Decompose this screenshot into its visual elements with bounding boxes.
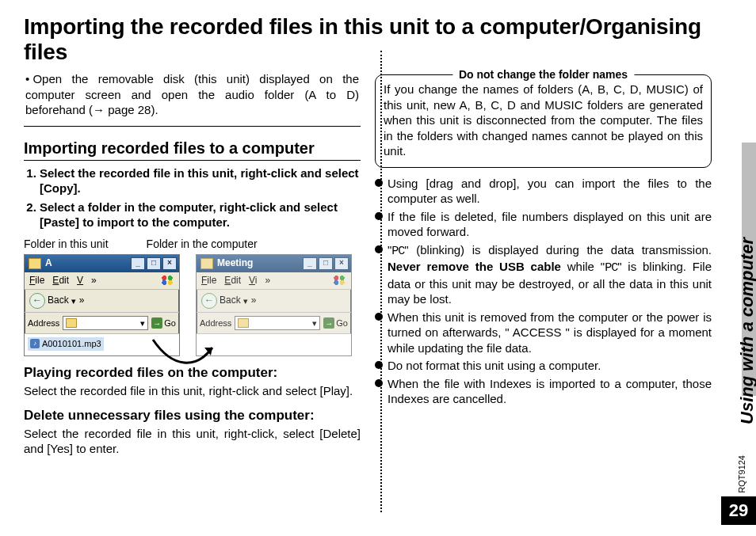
toolbar-more[interactable]: » [79,295,85,307]
note-usb-bold: Never remove the USB cable [388,260,561,273]
note-access: When this unit is removed from the compu… [375,310,712,356]
left-column: • Open the removable disk (this unit) di… [24,71,361,465]
address-label: Address [28,317,59,329]
address-input[interactable]: ▾ [63,316,148,330]
menu-bar: File Edit V » [25,272,179,291]
note-dragdrop: Using [drag and drop], you can import th… [375,176,712,207]
menu-bar: File Edit Vi » [197,272,351,291]
toolbar: ← Back ▾ » [197,290,351,313]
step-2: Select a folder in the computer, right-c… [40,200,361,230]
right-column: Do not change the folder names If you ch… [375,71,712,465]
back-arrow-icon: ← [29,293,45,309]
manual-page: Importing the recorded files in this uni… [0,0,756,536]
notes-list: Using [drag and drop], you can import th… [375,176,712,407]
intro-text: Open the removable disk (this unit) disp… [25,72,359,116]
go-label: Go [164,317,176,329]
address-input[interactable]: ▾ [235,316,320,330]
copy-arrow-icon [149,333,220,373]
step-1: Select the recorded file in this unit, r… [40,165,361,196]
address-bar: Address ▾ → Go [25,313,179,334]
back-arrow-icon: ← [201,293,217,309]
folder-icon [66,318,77,328]
note-usb: "PC" (blinking) is displayed during the … [375,242,712,307]
toolbar-more[interactable]: » [251,295,257,307]
go-button[interactable]: → Go [323,317,348,329]
titlebar: A _ □ × [25,255,179,272]
note-indexes: When the file with Indexes is imported t… [375,376,712,407]
page-title: Importing the recorded files in this uni… [24,14,712,65]
paragraph-play: Select the recorded file in this unit, r… [24,383,361,399]
section-heading-import: Importing recorded files to a computer [24,138,361,161]
go-button[interactable]: → Go [151,317,176,329]
document-id: RQT9124 [737,455,746,493]
menu-view[interactable]: Vi [249,275,257,287]
go-arrow-icon: → [323,317,334,329]
pc-icon: PC [605,261,617,275]
warning-title: Do not change the folder names [452,67,634,82]
pc-icon: PC [391,245,404,258]
minimize-button[interactable]: _ [303,257,317,270]
intro-note: • Open the removable disk (this unit) di… [24,71,361,127]
dropdown-icon: ▾ [312,317,317,329]
back-dropdown-icon: ▾ [243,295,248,306]
windows-flag-icon [160,275,174,286]
back-button[interactable]: ← Back ▾ [29,293,76,309]
go-label: Go [336,317,348,329]
import-steps: Select the recorded file in this unit, r… [24,165,361,230]
file-item-selected[interactable]: ♪ A0010101.mp3 [28,337,104,350]
file-name: A0010101.mp3 [42,338,101,349]
menu-file[interactable]: File [29,275,44,287]
back-label: Back [48,295,69,307]
titlebar: Meeting _ □ × [197,255,351,272]
folder-icon [238,318,249,328]
back-button[interactable]: ← Back ▾ [201,293,248,309]
address-bar: Address ▾ → Go [197,313,351,334]
toolbar: ← Back ▾ » [25,290,179,313]
close-button[interactable]: × [162,257,177,270]
explorer-windows-illustration: A _ □ × File Edit V » [24,254,361,357]
folder-icon [200,258,213,269]
menu-more[interactable]: » [91,275,97,287]
minimize-button[interactable]: _ [131,257,145,270]
note-filenumbers: If the file is deleted, file numbers dis… [375,209,712,240]
menu-file[interactable]: File [201,275,216,287]
back-label: Back [220,295,241,307]
menu-more[interactable]: » [265,275,271,287]
dropdown-icon: ▾ [140,317,145,329]
close-button[interactable]: × [334,257,349,270]
warning-body: If you change the names of folders (A, B… [384,82,703,159]
paragraph-delete: Select the recorded file in this unit, r… [24,426,361,457]
menu-edit[interactable]: Edit [52,275,69,287]
menu-edit[interactable]: Edit [224,275,241,287]
maximize-button[interactable]: □ [147,257,161,270]
address-label: Address [200,317,231,329]
menu-view[interactable]: V [77,275,83,287]
folder-icon [29,258,41,269]
warning-box: Do not change the folder names If you ch… [375,74,712,168]
maximize-button[interactable]: □ [319,257,333,270]
section-label: Using with a computer [737,238,756,424]
note-format: Do not format this unit using a computer… [375,358,712,374]
window-title: A [45,257,131,270]
caption-computer-folder: Folder in the computer [147,237,258,251]
go-arrow-icon: → [151,317,162,329]
caption-unit-folder: Folder in this unit [24,237,109,251]
back-dropdown-icon: ▾ [71,295,76,306]
window-title: Meeting [217,257,303,270]
audio-file-icon: ♪ [30,339,40,348]
subheading-delete: Delete unnecessary files using the compu… [24,407,361,424]
page-number: 29 [721,496,756,525]
windows-flag-icon [332,275,346,286]
